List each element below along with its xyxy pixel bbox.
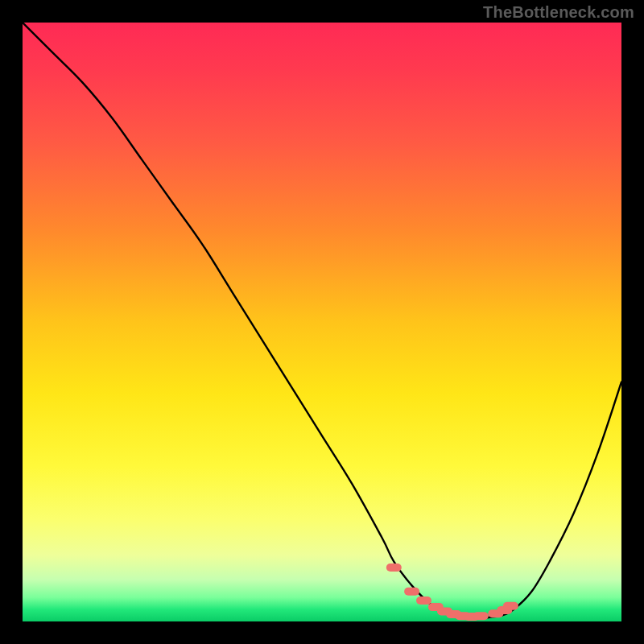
- line-chart: [23, 23, 621, 621]
- optimal-range-dots: [390, 568, 514, 617]
- bottleneck-curve: [23, 23, 621, 618]
- watermark-text: TheBottleneck.com: [483, 3, 634, 22]
- plot-area: [23, 23, 621, 621]
- chart-frame: TheBottleneck.com: [0, 0, 644, 644]
